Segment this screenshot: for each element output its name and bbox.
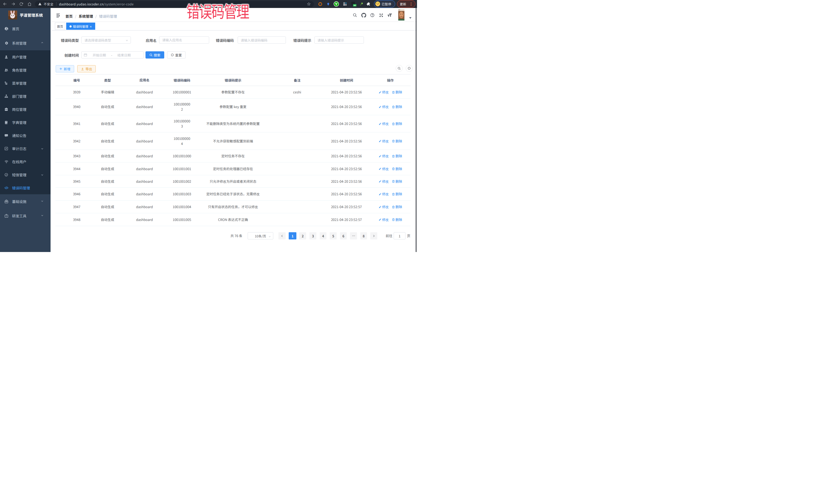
svg-text:on: on <box>354 4 356 6</box>
